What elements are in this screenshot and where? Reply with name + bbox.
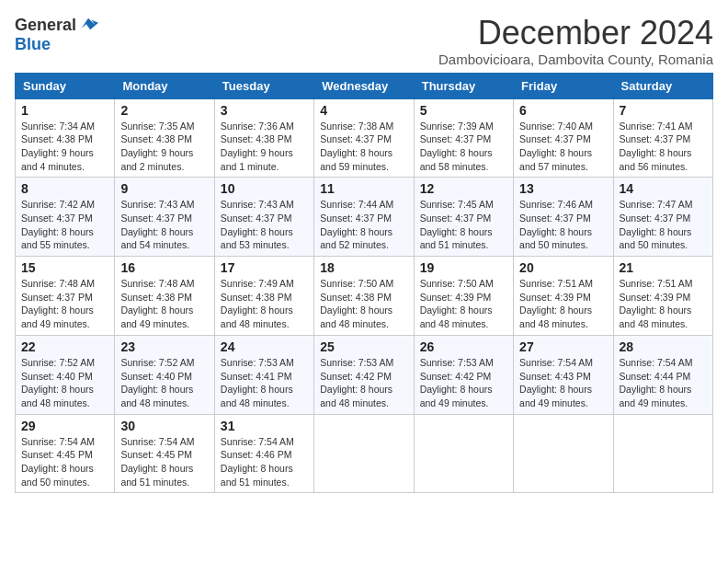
day-info: Sunrise: 7:45 AM Sunset: 4:37 PM Dayligh… xyxy=(420,198,507,252)
calendar-cell: 11Sunrise: 7:44 AM Sunset: 4:37 PM Dayli… xyxy=(314,178,414,257)
day-info: Sunrise: 7:51 AM Sunset: 4:39 PM Dayligh… xyxy=(620,277,707,331)
calendar-cell: 30Sunrise: 7:54 AM Sunset: 4:45 PM Dayli… xyxy=(115,414,214,493)
day-number: 7 xyxy=(620,103,707,118)
calendar-cell: 1Sunrise: 7:34 AM Sunset: 4:38 PM Daylig… xyxy=(16,98,115,178)
month-title: December 2024 xyxy=(438,15,713,52)
calendar-cell xyxy=(414,414,513,493)
calendar-cell: 5Sunrise: 7:39 AM Sunset: 4:37 PM Daylig… xyxy=(414,98,513,178)
day-info: Sunrise: 7:50 AM Sunset: 4:39 PM Dayligh… xyxy=(420,277,507,331)
calendar-header-wednesday: Wednesday xyxy=(314,73,414,98)
day-number: 12 xyxy=(420,181,507,196)
day-info: Sunrise: 7:49 AM Sunset: 4:38 PM Dayligh… xyxy=(221,277,308,331)
calendar-header-tuesday: Tuesday xyxy=(214,73,313,98)
day-number: 16 xyxy=(120,260,208,275)
calendar-cell xyxy=(613,414,712,493)
calendar-cell: 24Sunrise: 7:53 AM Sunset: 4:41 PM Dayli… xyxy=(214,335,313,414)
day-number: 24 xyxy=(221,339,308,354)
day-number: 17 xyxy=(221,260,308,275)
day-number: 31 xyxy=(221,419,308,433)
day-number: 5 xyxy=(420,103,507,118)
calendar-cell: 6Sunrise: 7:40 AM Sunset: 4:37 PM Daylig… xyxy=(514,98,613,178)
day-info: Sunrise: 7:54 AM Sunset: 4:45 PM Dayligh… xyxy=(21,435,108,489)
calendar-cell: 19Sunrise: 7:50 AM Sunset: 4:39 PM Dayli… xyxy=(414,257,513,336)
page-header: General Blue December 2024 Dambovicioara… xyxy=(15,15,713,67)
day-info: Sunrise: 7:38 AM Sunset: 4:37 PM Dayligh… xyxy=(320,120,407,174)
calendar-header-saturday: Saturday xyxy=(613,73,712,98)
day-info: Sunrise: 7:54 AM Sunset: 4:45 PM Dayligh… xyxy=(120,435,208,489)
day-number: 13 xyxy=(519,181,607,196)
calendar-week-row: 22Sunrise: 7:52 AM Sunset: 4:40 PM Dayli… xyxy=(16,335,713,414)
day-number: 21 xyxy=(620,260,707,275)
title-block: December 2024 Dambovicioara, Dambovita C… xyxy=(438,15,713,67)
calendar-cell: 23Sunrise: 7:52 AM Sunset: 4:40 PM Dayli… xyxy=(115,335,214,414)
day-info: Sunrise: 7:52 AM Sunset: 4:40 PM Dayligh… xyxy=(21,356,108,410)
calendar-table: SundayMondayTuesdayWednesdayThursdayFrid… xyxy=(15,73,713,494)
calendar-header-thursday: Thursday xyxy=(414,73,513,98)
calendar-cell: 29Sunrise: 7:54 AM Sunset: 4:45 PM Dayli… xyxy=(16,414,115,493)
calendar-cell: 2Sunrise: 7:35 AM Sunset: 4:38 PM Daylig… xyxy=(115,98,214,178)
day-info: Sunrise: 7:43 AM Sunset: 4:37 PM Dayligh… xyxy=(120,198,208,252)
calendar-cell: 12Sunrise: 7:45 AM Sunset: 4:37 PM Dayli… xyxy=(414,178,513,257)
day-info: Sunrise: 7:36 AM Sunset: 4:38 PM Dayligh… xyxy=(221,120,308,174)
calendar-header-row: SundayMondayTuesdayWednesdayThursdayFrid… xyxy=(16,73,713,98)
logo-bird-icon xyxy=(78,15,98,35)
day-info: Sunrise: 7:41 AM Sunset: 4:37 PM Dayligh… xyxy=(620,120,707,174)
day-number: 28 xyxy=(620,339,707,354)
day-number: 11 xyxy=(320,181,407,196)
calendar-cell: 8Sunrise: 7:42 AM Sunset: 4:37 PM Daylig… xyxy=(16,178,115,257)
calendar-cell: 26Sunrise: 7:53 AM Sunset: 4:42 PM Dayli… xyxy=(414,335,513,414)
day-info: Sunrise: 7:48 AM Sunset: 4:37 PM Dayligh… xyxy=(21,277,108,331)
calendar-cell: 28Sunrise: 7:54 AM Sunset: 4:44 PM Dayli… xyxy=(613,335,712,414)
day-number: 18 xyxy=(320,260,407,275)
calendar-cell: 9Sunrise: 7:43 AM Sunset: 4:37 PM Daylig… xyxy=(115,178,214,257)
day-number: 9 xyxy=(120,181,208,196)
day-info: Sunrise: 7:48 AM Sunset: 4:38 PM Dayligh… xyxy=(120,277,208,331)
day-number: 10 xyxy=(221,181,308,196)
calendar-cell: 14Sunrise: 7:47 AM Sunset: 4:37 PM Dayli… xyxy=(613,178,712,257)
calendar-header-monday: Monday xyxy=(115,73,214,98)
day-info: Sunrise: 7:39 AM Sunset: 4:37 PM Dayligh… xyxy=(420,120,507,174)
day-number: 20 xyxy=(519,260,607,275)
calendar-header-sunday: Sunday xyxy=(16,73,115,98)
calendar-cell: 15Sunrise: 7:48 AM Sunset: 4:37 PM Dayli… xyxy=(16,257,115,336)
day-number: 14 xyxy=(620,181,707,196)
day-info: Sunrise: 7:52 AM Sunset: 4:40 PM Dayligh… xyxy=(120,356,208,410)
day-number: 3 xyxy=(221,103,308,118)
day-number: 26 xyxy=(420,339,507,354)
day-number: 1 xyxy=(21,103,108,118)
day-number: 4 xyxy=(320,103,407,118)
day-info: Sunrise: 7:53 AM Sunset: 4:42 PM Dayligh… xyxy=(420,356,507,410)
calendar-cell: 20Sunrise: 7:51 AM Sunset: 4:39 PM Dayli… xyxy=(514,257,613,336)
day-number: 30 xyxy=(120,419,208,433)
calendar-week-row: 1Sunrise: 7:34 AM Sunset: 4:38 PM Daylig… xyxy=(16,98,713,178)
calendar-week-row: 29Sunrise: 7:54 AM Sunset: 4:45 PM Dayli… xyxy=(16,414,713,493)
day-info: Sunrise: 7:44 AM Sunset: 4:37 PM Dayligh… xyxy=(320,198,407,252)
calendar-cell xyxy=(514,414,613,493)
calendar-cell: 3Sunrise: 7:36 AM Sunset: 4:38 PM Daylig… xyxy=(214,98,313,178)
day-info: Sunrise: 7:54 AM Sunset: 4:44 PM Dayligh… xyxy=(620,356,707,410)
calendar-cell: 17Sunrise: 7:49 AM Sunset: 4:38 PM Dayli… xyxy=(214,257,313,336)
calendar-cell: 16Sunrise: 7:48 AM Sunset: 4:38 PM Dayli… xyxy=(115,257,214,336)
calendar-cell: 31Sunrise: 7:54 AM Sunset: 4:46 PM Dayli… xyxy=(214,414,313,493)
day-number: 22 xyxy=(21,339,108,354)
day-info: Sunrise: 7:51 AM Sunset: 4:39 PM Dayligh… xyxy=(519,277,607,331)
day-info: Sunrise: 7:40 AM Sunset: 4:37 PM Dayligh… xyxy=(519,120,607,174)
day-info: Sunrise: 7:54 AM Sunset: 4:46 PM Dayligh… xyxy=(221,435,308,489)
day-number: 27 xyxy=(519,339,607,354)
calendar-cell: 27Sunrise: 7:54 AM Sunset: 4:43 PM Dayli… xyxy=(514,335,613,414)
logo-blue-text: Blue xyxy=(15,35,51,54)
day-number: 8 xyxy=(21,181,108,196)
calendar-cell: 21Sunrise: 7:51 AM Sunset: 4:39 PM Dayli… xyxy=(613,257,712,336)
calendar-week-row: 8Sunrise: 7:42 AM Sunset: 4:37 PM Daylig… xyxy=(16,178,713,257)
calendar-cell xyxy=(314,414,414,493)
day-info: Sunrise: 7:54 AM Sunset: 4:43 PM Dayligh… xyxy=(519,356,607,410)
calendar-header-friday: Friday xyxy=(514,73,613,98)
day-number: 23 xyxy=(120,339,208,354)
calendar-cell: 7Sunrise: 7:41 AM Sunset: 4:37 PM Daylig… xyxy=(613,98,712,178)
day-info: Sunrise: 7:50 AM Sunset: 4:38 PM Dayligh… xyxy=(320,277,407,331)
svg-marker-0 xyxy=(82,18,98,29)
day-info: Sunrise: 7:43 AM Sunset: 4:37 PM Dayligh… xyxy=(221,198,308,252)
day-info: Sunrise: 7:34 AM Sunset: 4:38 PM Dayligh… xyxy=(21,120,108,174)
day-info: Sunrise: 7:53 AM Sunset: 4:41 PM Dayligh… xyxy=(221,356,308,410)
location-title: Dambovicioara, Dambovita County, Romania xyxy=(438,52,713,67)
